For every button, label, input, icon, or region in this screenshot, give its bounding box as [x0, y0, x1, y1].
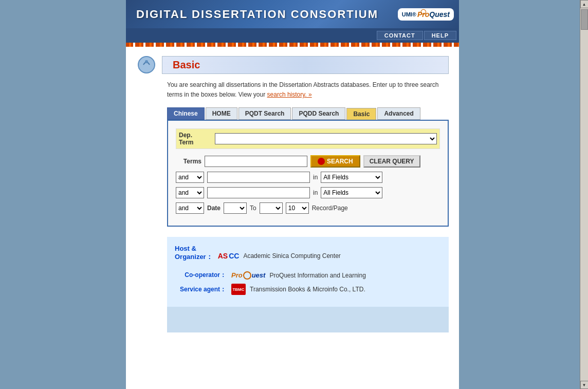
search-button[interactable]: SEARCH [310, 155, 360, 168]
in-label-1: in [313, 174, 318, 181]
cooperator-label: Co-operator： [175, 271, 226, 280]
header-top: DIGITAL DISSERTATION CONSORTIUM UMI® Pro… [126, 0, 459, 28]
tabs-container: Chinese HOME PQDT Search PQDD Search Bas… [167, 107, 449, 120]
terms-input[interactable] [205, 156, 307, 167]
help-button[interactable]: HELP [424, 31, 456, 40]
ascc-cc: CC [229, 252, 239, 260]
service-label: Service agent： [175, 285, 226, 294]
scroll-down-arrow[interactable]: ▼ [580, 381, 589, 389]
tab-chinese[interactable]: Chinese [167, 107, 205, 120]
ascc-name: Academic Sinica Computing Center [243, 252, 340, 260]
tab-pqdd[interactable]: PQDD Search [292, 107, 345, 120]
header-logo: UMI® ProQuest ◯ [398, 8, 454, 21]
page-title-area: Basic [136, 54, 449, 75]
search-button-label: SEARCH [327, 158, 353, 165]
svg-point-0 [138, 57, 155, 73]
footer-white [167, 332, 449, 348]
orange-divider [126, 43, 459, 47]
proquest-circle-overlay: ◯ [420, 9, 426, 14]
scroll-thumb[interactable] [581, 9, 588, 30]
svg-point-1 [145, 60, 148, 63]
tab-pqdt[interactable]: PQDT Search [238, 107, 291, 120]
ascc-logo: ASCC [218, 252, 240, 260]
dep-term-labels: Dep. Term [179, 132, 215, 146]
search-history-link[interactable]: search history. » [267, 91, 312, 98]
umi-text: UMI® [402, 11, 416, 17]
proquest-logo-area: Pro uest ProQuest Information and Learni… [231, 271, 366, 280]
host-row: Host & Organizer： ASCC Academic Sinica C… [175, 245, 441, 267]
page-icon [136, 54, 157, 75]
tbmc-logo-area: TBMC Transmission Books & Microinfo Co.,… [231, 284, 365, 295]
clear-button[interactable]: CLEAR QUERY [363, 155, 420, 168]
field-select-1[interactable]: All Fields Author Title Subject Abstract [321, 172, 382, 183]
scrollbar[interactable]: ▲ ▼ [580, 0, 588, 389]
terms-row: Terms SEARCH CLEAR QUERY [176, 155, 440, 168]
organizer-label: Organizer： [175, 253, 213, 261]
date-to-select[interactable] [260, 202, 283, 214]
tbmc-name: Transmission Books & Microinfo Co., LTD. [250, 286, 365, 293]
tab-advanced[interactable]: Advanced [377, 107, 420, 120]
records-select[interactable]: 10 20 30 50 [286, 202, 309, 214]
footer-blue [167, 307, 449, 332]
date-row: and or not Date To 10 20 30 [176, 202, 440, 214]
page-title-box: Basic [162, 56, 449, 74]
and-row-2: and or not in All Fields Author Title Su… [176, 187, 440, 198]
host-label: Host & Organizer： [175, 245, 213, 262]
tab-basic[interactable]: Basic [346, 108, 376, 120]
search-icon [318, 158, 325, 165]
contact-button[interactable]: CONTACT [377, 31, 423, 40]
info-section: Host & Organizer： ASCC Academic Sinica C… [167, 237, 449, 307]
proquest-logo: Pro uest [231, 271, 265, 280]
and-select-1[interactable]: and or not [176, 172, 204, 183]
service-row: Service agent： TBMC Transmission Books &… [175, 284, 441, 295]
proquest-quest: Quest [429, 10, 450, 18]
cooperator-row: Co-operator： Pro uest ProQuest Informati… [175, 271, 441, 280]
pq-pro: Pro [231, 271, 243, 279]
date-and-select[interactable]: and or not [176, 202, 204, 214]
tab-home[interactable]: HOME [206, 107, 237, 120]
and-input-2[interactable] [207, 187, 310, 198]
and-input-1[interactable] [207, 172, 310, 183]
scroll-up-arrow[interactable]: ▲ [580, 0, 589, 8]
dep-label: Dep. [179, 132, 215, 139]
search-description: You are searching all dissertations in t… [167, 80, 449, 100]
to-label: To [250, 205, 256, 212]
ascc-logo-area: ASCC Academic Sinica Computing Center [218, 252, 341, 260]
in-label-2: in [313, 189, 318, 196]
pq-quest: uest [252, 271, 266, 279]
pq-circle-icon [243, 271, 251, 280]
app-title: DIGITAL DISSERTATION CONSORTIUM [131, 8, 378, 21]
and-select-2[interactable]: and or not [176, 187, 204, 198]
date-from-select[interactable] [224, 202, 247, 214]
terms-label: Terms [176, 158, 201, 165]
tbmc-logo: TBMC [231, 284, 246, 295]
dep-term-row: Dep. Term [176, 128, 440, 149]
field-select-2[interactable]: All Fields Author Title Subject Abstract [321, 187, 382, 198]
date-label: Date [207, 205, 220, 212]
page-title: Basic [173, 59, 200, 70]
record-page-label: Record/Page [312, 205, 348, 212]
and-row-1: and or not in All Fields Author Title Su… [176, 172, 440, 183]
content-area: Basic You are searching all dissertation… [126, 47, 459, 356]
term-label: Term [179, 139, 215, 146]
dep-term-select[interactable] [215, 133, 437, 144]
search-form: Dep. Term Terms SEARCH CLEAR QUERY [167, 120, 449, 227]
proquest-name: ProQuest Information and Learning [269, 272, 365, 279]
header-nav: CONTACT HELP [126, 28, 459, 43]
ascc-as: AS [218, 252, 228, 260]
